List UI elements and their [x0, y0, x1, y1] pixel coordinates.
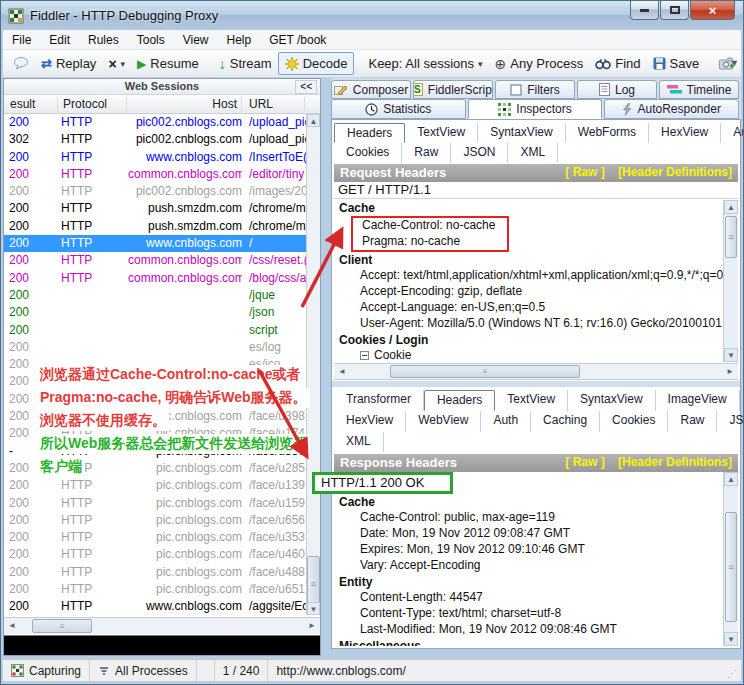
session-row[interactable]: 200HTTPpic.cnblogs.com/face/u460	[4, 546, 320, 563]
request-header-definitions-link[interactable]: [Header Definitions]	[618, 165, 732, 179]
close-button[interactable]: ×	[690, 1, 735, 20]
toolbar-keep-all-sessions[interactable]: Keep: All sessions▾	[362, 53, 488, 74]
session-row[interactable]: 200HTTPpic002.cnblogs.com/upload_pic	[4, 114, 320, 131]
session-row[interactable]: 200/json	[4, 304, 320, 321]
toolbar-replay[interactable]: ⇄Replay	[35, 53, 102, 74]
menu-item-file[interactable]: File	[3, 31, 40, 49]
tab-filters[interactable]: Filters	[495, 80, 575, 99]
session-row[interactable]: 200HTTPcommon.cnblogs.com/css/reset.(	[4, 252, 320, 269]
scroll-down-icon[interactable]: ▼	[724, 632, 738, 646]
request-tab-textview[interactable]: TextView	[405, 123, 478, 143]
response-tab-json[interactable]: JSON	[717, 411, 744, 432]
menu-item-edit[interactable]: Edit	[40, 31, 79, 49]
request-tab-syntaxview[interactable]: SyntaxView	[478, 123, 565, 143]
request-tab-cookies[interactable]: Cookies	[334, 143, 402, 163]
session-list-horizontal-scrollbar[interactable]: ◄ ≡ ►	[4, 617, 320, 634]
scrollbar-thumb[interactable]: ≡	[32, 619, 92, 633]
maximize-button[interactable]	[660, 1, 689, 20]
header-group-miscellaneous[interactable]: Miscellaneous	[334, 638, 723, 646]
menu-item-view[interactable]: View	[174, 31, 218, 49]
request-tree-horizontal-scrollbar[interactable]: ◄ ≡ ►	[334, 363, 738, 380]
menu-item-get-book[interactable]: GET /book	[260, 31, 335, 49]
response-tab-headers[interactable]: Headers	[424, 390, 495, 411]
tab-fiddlerscript[interactable]: SFiddlerScript	[413, 80, 493, 99]
header-group-client[interactable]: Client	[334, 252, 723, 268]
session-row[interactable]: 200HTTPpush.smzdm.com/chrome/me	[4, 200, 320, 217]
column-header-host[interactable]: Host	[128, 97, 242, 112]
session-row[interactable]: 200HTTPpic.cnblogs.com/face/u159	[4, 495, 320, 512]
toolbar-find[interactable]: Find	[589, 53, 646, 74]
scrollbar-thumb[interactable]: ≡	[390, 365, 580, 378]
minimize-button[interactable]	[630, 1, 659, 20]
request-tab-webforms[interactable]: WebForms	[566, 123, 649, 143]
request-tab-xml[interactable]: XML	[508, 143, 558, 163]
scroll-down-icon[interactable]: ▼	[724, 348, 738, 362]
scroll-left-icon[interactable]: ◄	[5, 619, 19, 633]
response-tab-textview[interactable]: TextView	[495, 390, 568, 411]
response-tab-raw[interactable]: Raw	[668, 411, 717, 432]
toolbar-resume[interactable]: ▶Resume	[131, 53, 205, 74]
request-tab-raw[interactable]: Raw	[402, 143, 451, 163]
resize-grip[interactable]: ⋰	[727, 668, 739, 680]
header-group-cookies-login[interactable]: Cookies / Login	[334, 332, 723, 348]
response-tab-webview[interactable]: WebView	[406, 411, 481, 432]
session-row[interactable]: 200HTTPpic.cnblogs.com/face/u656	[4, 512, 320, 529]
collapse-panel-button[interactable]: <<	[295, 80, 317, 94]
session-row[interactable]: 200HTTPcommon.cnblogs.com/blog/css/a	[4, 270, 320, 287]
toolbar-comment-bubble-icon[interactable]	[7, 53, 35, 74]
tab-timeline[interactable]: Timeline	[659, 80, 739, 99]
request-tree-vertical-scrollbar[interactable]: ▲ ≡ ▼	[723, 200, 738, 362]
scroll-right-icon[interactable]: ►	[305, 619, 319, 633]
scrollbar-thumb[interactable]: ≡	[725, 512, 737, 622]
header-group-cache[interactable]: Cache	[334, 494, 723, 510]
request-raw-link[interactable]: [ Raw ]	[565, 165, 604, 179]
scroll-right-icon[interactable]: ►	[723, 365, 737, 379]
session-row[interactable]: 200HTTPwww.cnblogs.com/InsertToE(	[4, 149, 320, 166]
request-response-divider[interactable]	[332, 381, 740, 387]
toolbar-remove-x-icon[interactable]: ×▾	[102, 53, 131, 75]
session-row[interactable]: 200HTTPpic.cnblogs.com/face/u353	[4, 529, 320, 546]
capturing-toggle[interactable]: Capturing	[3, 660, 90, 681]
header-group-entity[interactable]: Entity	[334, 574, 723, 590]
session-row[interactable]: 200HTTPpic002.cnblogs.com/images/20	[4, 183, 320, 200]
menu-item-help[interactable]: Help	[218, 31, 261, 49]
session-row[interactable]: 200script	[4, 322, 320, 339]
request-tab-headers[interactable]: Headers	[334, 123, 405, 143]
session-row[interactable]: 302HTTPpic002.cnblogs.com/upload_pic	[4, 131, 320, 148]
response-tree-vertical-scrollbar[interactable]: ▲ ≡ ▼	[723, 472, 738, 646]
request-tab-json[interactable]: JSON	[451, 143, 508, 163]
menu-item-rules[interactable]: Rules	[79, 31, 128, 49]
response-tab-caching[interactable]: Caching	[531, 411, 600, 432]
tab-autoresponder[interactable]: AutoResponder	[604, 99, 739, 119]
session-row[interactable]: 200HTTPpic.cnblogs.com/face/u488	[4, 564, 320, 581]
response-tab-imageview[interactable]: ImageView	[656, 390, 740, 411]
response-tab-syntaxview[interactable]: SyntaxView	[568, 390, 655, 411]
session-row[interactable]: 200HTTPcommon.cnblogs.com/editor/tiny	[4, 166, 320, 183]
panel-splitter[interactable]	[321, 78, 331, 656]
session-row[interactable]: 200HTTPwww.cnblogs.com/	[4, 235, 320, 252]
response-tab-transformer[interactable]: Transformer	[334, 390, 424, 411]
response-tab-xml[interactable]: XML	[334, 432, 384, 452]
session-row[interactable]: 200HTTPpic.cnblogs.com/face/u651	[4, 581, 320, 598]
scroll-up-icon[interactable]: ▲	[724, 472, 738, 486]
header-group-cache[interactable]: Cache	[334, 200, 723, 216]
toolbar-save[interactable]: Save	[647, 53, 706, 74]
session-row[interactable]: 200/jque	[4, 287, 320, 304]
process-filter-selector[interactable]: All Processes	[90, 660, 197, 681]
response-tab-auth[interactable]: Auth	[481, 411, 531, 432]
collapse-expander-icon[interactable]	[360, 351, 369, 360]
toolbar-any-process[interactable]: ⊕Any Process	[489, 53, 590, 75]
column-header-protocol[interactable]: Protocol	[59, 97, 127, 112]
toolbar-decode[interactable]: Decode	[278, 52, 355, 75]
response-tab-hexview[interactable]: HexView	[334, 411, 406, 432]
scrollbar-thumb[interactable]: ≡	[725, 216, 737, 258]
scroll-left-icon[interactable]: ◄	[335, 365, 349, 379]
session-row[interactable]: 200HTTPpush.smzdm.com/chrome/me	[4, 218, 320, 235]
tab-inspectors[interactable]: Inspectors	[468, 99, 603, 119]
column-header-esult[interactable]: esult	[6, 97, 58, 112]
tab-composer[interactable]: Composer	[331, 80, 411, 99]
scroll-up-icon[interactable]: ▲	[724, 200, 738, 214]
column-header-url[interactable]: URL	[245, 97, 305, 112]
response-header-definitions-link[interactable]: [Header Definitions]	[618, 455, 732, 469]
scroll-up-icon[interactable]: ▲	[307, 114, 320, 127]
